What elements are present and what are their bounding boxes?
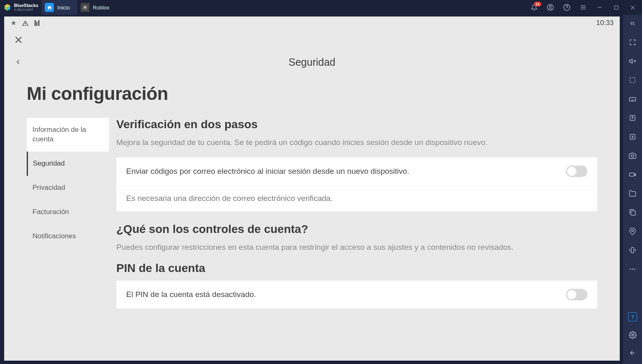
tab-home[interactable]: Inicio xyxy=(42,0,77,15)
svg-point-3 xyxy=(550,6,552,8)
multi-instance-icon[interactable] xyxy=(628,208,637,217)
svg-rect-16 xyxy=(630,97,636,101)
shake-icon[interactable] xyxy=(628,246,637,255)
help-box-icon[interactable]: ? xyxy=(628,312,637,321)
roblox-icon xyxy=(81,3,90,12)
account-icon[interactable] xyxy=(547,4,554,11)
two-step-desc: Mejora la seguridad de tu cuenta. Se te … xyxy=(116,137,597,148)
right-rail: ? xyxy=(623,15,642,364)
pin-card: El PIN de la cuenta está desactivado. xyxy=(116,281,597,309)
selection-icon[interactable] xyxy=(628,76,637,85)
verified-email-note: Es necesaria una dirección de correo ele… xyxy=(126,194,587,203)
maximize-icon[interactable] xyxy=(612,4,620,11)
svg-rect-15 xyxy=(630,78,635,83)
settings-panel: Verificación en dos pasos Mejora la segu… xyxy=(116,118,597,320)
svg-point-32 xyxy=(634,269,635,270)
sidebar-item-account-info[interactable]: Información de la cuenta xyxy=(27,118,109,152)
brand-version: 4.280.0.1022 xyxy=(14,8,38,12)
status-time: 10:33 xyxy=(596,19,614,27)
location-icon[interactable] xyxy=(628,227,637,236)
warning-icon xyxy=(22,20,29,27)
screenshot-icon[interactable] xyxy=(628,151,637,160)
svg-marker-12 xyxy=(630,59,633,64)
record-icon[interactable] xyxy=(628,170,637,179)
svg-point-33 xyxy=(632,334,634,336)
android-statusbar: 10:33 xyxy=(5,17,619,29)
email-code-toggle[interactable] xyxy=(566,166,587,177)
menu-icon[interactable] xyxy=(580,4,587,11)
controls-desc: Puedes configurar restricciones en esta … xyxy=(116,242,597,253)
close-icon[interactable] xyxy=(14,35,23,45)
bluestacks-logo: BlueStacks 4.280.0.1022 xyxy=(0,3,42,12)
controls-heading: ¿Qué son los controles de cuenta? xyxy=(116,223,597,236)
pin-toggle-label: El PIN de la cuenta está desactivado. xyxy=(126,290,559,299)
help-icon[interactable] xyxy=(563,4,570,11)
config-title: Mi configuración xyxy=(27,83,597,104)
install-apk-icon[interactable] xyxy=(628,132,637,141)
tab-roblox[interactable]: Roblox xyxy=(77,0,117,15)
svg-rect-29 xyxy=(631,247,634,253)
pin-toggle[interactable] xyxy=(566,289,587,300)
svg-rect-35 xyxy=(35,20,36,26)
two-step-heading: Verificación en dos pasos xyxy=(116,118,597,131)
titlebar: BlueStacks 4.280.0.1022 Inicio Roblox xyxy=(0,0,642,15)
volume-mute-icon[interactable] xyxy=(628,57,637,66)
settings-icon[interactable] xyxy=(628,330,637,339)
svg-point-24 xyxy=(631,155,634,157)
window-controls xyxy=(524,4,642,11)
close-row xyxy=(5,29,619,51)
sidebar-item-billing[interactable]: Facturación xyxy=(27,200,109,224)
sidebar-item-security[interactable]: Seguridad xyxy=(27,152,109,176)
more-icon[interactable] xyxy=(628,265,637,274)
fullscreen-icon[interactable] xyxy=(628,38,637,47)
back-chevron-icon[interactable] xyxy=(14,56,22,68)
export-icon[interactable] xyxy=(628,113,637,122)
brand-name: BlueStacks xyxy=(14,3,38,8)
app-viewport: 10:33 Seguridad Mi configuración Informa… xyxy=(4,16,620,361)
svg-rect-36 xyxy=(36,22,37,26)
svg-point-30 xyxy=(630,269,631,270)
collapse-rail-icon[interactable] xyxy=(628,19,637,28)
back-icon[interactable] xyxy=(628,348,637,357)
page-header: Seguridad xyxy=(5,51,619,74)
svg-rect-1 xyxy=(84,7,86,9)
close-window-icon[interactable] xyxy=(629,4,636,11)
svg-point-31 xyxy=(632,269,633,270)
bell-icon[interactable] xyxy=(530,4,538,11)
tab-label: Inicio xyxy=(57,5,69,11)
svg-point-28 xyxy=(632,230,634,232)
status-icon-3 xyxy=(34,19,40,27)
settings-sidebar: Información de la cuenta Seguridad Priva… xyxy=(27,118,109,320)
keyboard-icon[interactable] xyxy=(628,94,637,104)
svg-rect-25 xyxy=(630,173,634,176)
sidebar-item-notifications[interactable]: Notificaciones xyxy=(27,224,109,249)
tab-label: Roblox xyxy=(93,5,109,11)
status-icon-1 xyxy=(10,20,17,26)
sidebar-item-privacy[interactable]: Privacidad xyxy=(27,176,109,200)
page-title: Seguridad xyxy=(289,56,335,68)
email-code-toggle-label: Enviar códigos por correo electrónico al… xyxy=(126,167,559,176)
svg-rect-9 xyxy=(614,6,618,9)
home-icon xyxy=(45,3,54,12)
svg-rect-27 xyxy=(631,211,635,215)
two-step-card: Enviar códigos por correo electrónico al… xyxy=(116,157,597,211)
minimize-icon[interactable] xyxy=(596,4,603,11)
svg-rect-37 xyxy=(38,20,39,26)
content: Mi configuración Información de la cuent… xyxy=(5,74,619,360)
pin-heading: PIN de la cuenta xyxy=(116,262,597,275)
folder-icon[interactable] xyxy=(628,189,637,198)
